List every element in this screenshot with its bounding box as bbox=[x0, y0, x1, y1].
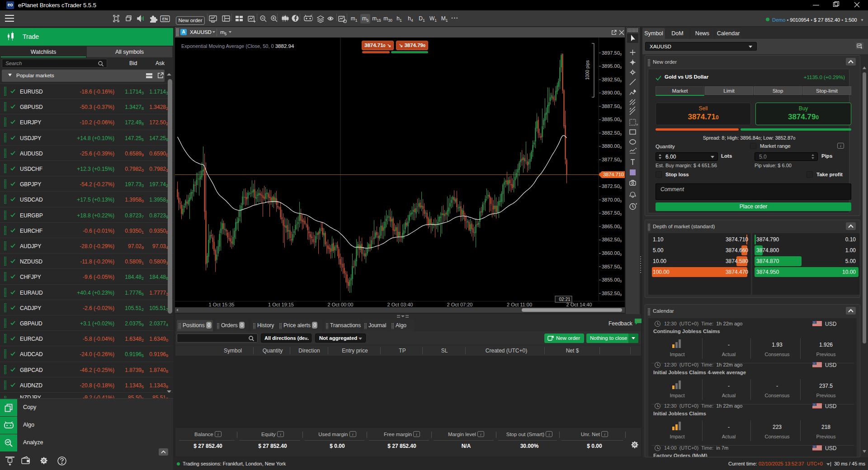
svg-text:2 Oct 07:20: 2 Oct 07:20 bbox=[447, 302, 473, 307]
svg-text:02:21: 02:21 bbox=[559, 297, 570, 302]
svg-text:3892.500: 3892.500 bbox=[602, 77, 622, 83]
svg-text:F: F bbox=[637, 123, 638, 126]
svg-text:3890.000: 3890.000 bbox=[602, 90, 622, 96]
svg-text:1000 pips: 1000 pips bbox=[585, 60, 590, 80]
svg-text:3855.000: 3855.000 bbox=[602, 277, 622, 283]
svg-text:3872.500: 3872.500 bbox=[602, 183, 622, 190]
svg-text:3880.000: 3880.000 bbox=[602, 143, 622, 150]
svg-text:2 Oct 00:00: 2 Oct 00:00 bbox=[328, 302, 354, 307]
svg-text:1 Oct 15:35: 1 Oct 15:35 bbox=[209, 302, 235, 307]
svg-text:3882.500: 3882.500 bbox=[602, 130, 622, 136]
svg-text:3852.500: 3852.500 bbox=[602, 291, 622, 297]
svg-text:3877.500: 3877.500 bbox=[602, 157, 622, 163]
svg-text:1 Oct 19:15: 1 Oct 19:15 bbox=[268, 302, 294, 307]
svg-text:3885.000: 3885.000 bbox=[602, 117, 622, 123]
svg-text:3862.500: 3862.500 bbox=[602, 237, 622, 243]
svg-text:3870.000: 3870.000 bbox=[602, 197, 622, 203]
svg-text:3874.710: 3874.710 bbox=[603, 172, 624, 177]
svg-text:3897.500: 3897.500 bbox=[602, 50, 622, 56]
svg-text:EN: EN bbox=[162, 17, 168, 21]
svg-text:3865.000: 3865.000 bbox=[602, 224, 622, 230]
svg-text:3867.500: 3867.500 bbox=[602, 210, 622, 216]
svg-text:2 Oct 03:40: 2 Oct 03:40 bbox=[387, 302, 413, 307]
svg-text:3860.000: 3860.000 bbox=[602, 250, 622, 257]
svg-text:3895.000: 3895.000 bbox=[602, 63, 622, 70]
svg-text:3857.500: 3857.500 bbox=[602, 264, 622, 270]
svg-text:2 Oct 11:00: 2 Oct 11:00 bbox=[507, 302, 532, 307]
svg-text:3887.500: 3887.500 bbox=[602, 103, 622, 110]
svg-text:2 Oct 14:40: 2 Oct 14:40 bbox=[566, 302, 592, 307]
